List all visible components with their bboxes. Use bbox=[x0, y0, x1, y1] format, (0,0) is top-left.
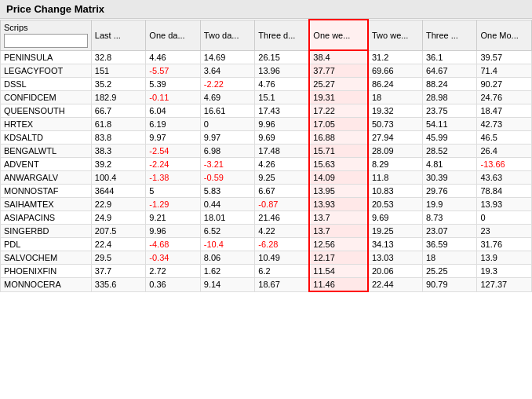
cell-oneweek: 19.31 bbox=[309, 91, 368, 104]
cell-scrip: SINGERBD bbox=[1, 225, 92, 238]
cell-last: 39.2 bbox=[91, 158, 146, 171]
col-header-threeweek: Three ... bbox=[422, 20, 477, 50]
cell-last: 335.6 bbox=[91, 278, 146, 292]
cell-twoweek: 20.06 bbox=[368, 265, 423, 278]
cell-twoweek: 22.44 bbox=[368, 278, 423, 292]
cell-onemonth: 127.37 bbox=[477, 278, 532, 292]
cell-onemonth: 13.93 bbox=[477, 198, 532, 211]
cell-twoday: 0.44 bbox=[200, 198, 255, 211]
cell-oneweek: 15.71 bbox=[309, 145, 368, 158]
table-body: PENINSULA32.84.4614.6926.1538.431.236.13… bbox=[1, 50, 532, 291]
cell-threeday: 10.49 bbox=[255, 251, 310, 265]
cell-twoweek: 34.13 bbox=[368, 238, 423, 251]
cell-threeweek: 36.1 bbox=[422, 50, 477, 64]
cell-last: 32.8 bbox=[91, 50, 146, 64]
cell-oneweek: 11.46 bbox=[309, 278, 368, 292]
cell-last: 182.9 bbox=[91, 91, 146, 104]
table-row: MONNOCERA335.60.369.1418.6711.4622.4490.… bbox=[1, 278, 532, 292]
cell-threeday: 17.48 bbox=[255, 145, 310, 158]
table-row: DSSL35.25.39-2.224.7625.2786.2488.2490.2… bbox=[1, 78, 532, 91]
cell-oneweek: 13.95 bbox=[309, 185, 368, 198]
title-bar: Price Change Matrix bbox=[0, 0, 532, 19]
cell-oneday: -0.34 bbox=[146, 251, 201, 265]
cell-scrip: SALVOCHEM bbox=[1, 251, 92, 265]
cell-scrip: MONNOCERA bbox=[1, 278, 92, 292]
cell-scrip: ANWARGALV bbox=[1, 171, 92, 185]
cell-last: 3644 bbox=[91, 185, 146, 198]
cell-onemonth: 78.84 bbox=[477, 185, 532, 198]
cell-onemonth: 26.4 bbox=[477, 145, 532, 158]
table-row: ASIAPACINS24.99.2118.0121.4613.79.698.73… bbox=[1, 211, 532, 225]
cell-twoday: 4.69 bbox=[200, 91, 255, 104]
cell-oneday: 6.19 bbox=[146, 118, 201, 131]
table-row: SAIHAMTEX22.9-1.290.44-0.8713.9320.5319.… bbox=[1, 198, 532, 211]
cell-onemonth: 90.27 bbox=[477, 78, 532, 91]
cell-threeweek: 54.11 bbox=[422, 118, 477, 131]
cell-scrip: BENGALWTL bbox=[1, 145, 92, 158]
cell-oneday: 5.39 bbox=[146, 78, 201, 91]
page-title: Price Change Matrix bbox=[6, 3, 104, 15]
cell-onemonth: 23 bbox=[477, 225, 532, 238]
table-row: PDL22.4-4.68-10.4-6.2812.5634.1336.5931.… bbox=[1, 238, 532, 251]
cell-twoweek: 11.8 bbox=[368, 171, 423, 185]
table-row: MONNOSTAF364455.836.6713.9510.8329.7678.… bbox=[1, 185, 532, 198]
cell-onemonth: 42.73 bbox=[477, 118, 532, 131]
table-row: BENGALWTL38.3-2.546.9817.4815.7128.0928.… bbox=[1, 145, 532, 158]
cell-oneday: -0.11 bbox=[146, 91, 201, 104]
cell-oneday: 9.21 bbox=[146, 211, 201, 225]
cell-last: 22.4 bbox=[91, 238, 146, 251]
table-row: LEGACYFOOT151-5.573.6413.9637.7769.6664.… bbox=[1, 64, 532, 78]
cell-threeweek: 8.73 bbox=[422, 211, 477, 225]
cell-threeweek: 45.99 bbox=[422, 131, 477, 145]
cell-threeday: 9.96 bbox=[255, 118, 310, 131]
cell-onemonth: 71.4 bbox=[477, 64, 532, 78]
cell-oneday: -2.24 bbox=[146, 158, 201, 171]
cell-threeweek: 30.39 bbox=[422, 171, 477, 185]
cell-onemonth: 31.76 bbox=[477, 238, 532, 251]
cell-oneday: -5.57 bbox=[146, 64, 201, 78]
cell-twoday: 3.64 bbox=[200, 64, 255, 78]
cell-scrip: LEGACYFOOT bbox=[1, 64, 92, 78]
cell-onemonth: 24.76 bbox=[477, 91, 532, 104]
col-header-oneweek: One we... bbox=[309, 20, 368, 50]
header-row: Scrips Last ... One da... Two da... Thre… bbox=[1, 20, 532, 50]
cell-threeday: 13.96 bbox=[255, 64, 310, 78]
cell-twoweek: 20.53 bbox=[368, 198, 423, 211]
cell-threeweek: 29.76 bbox=[422, 185, 477, 198]
cell-threeweek: 64.67 bbox=[422, 64, 477, 78]
cell-oneweek: 13.7 bbox=[309, 211, 368, 225]
cell-threeweek: 36.59 bbox=[422, 238, 477, 251]
cell-last: 83.8 bbox=[91, 131, 146, 145]
cell-oneday: 9.96 bbox=[146, 225, 201, 238]
table-row: ANWARGALV100.4-1.38-0.599.2514.0911.830.… bbox=[1, 171, 532, 185]
cell-scrip: ADVENT bbox=[1, 158, 92, 171]
cell-oneweek: 38.4 bbox=[309, 50, 368, 64]
cell-oneday: 5 bbox=[146, 185, 201, 198]
col-header-onemonth: One Mo... bbox=[477, 20, 532, 50]
cell-twoday: 18.01 bbox=[200, 211, 255, 225]
table-row: SINGERBD207.59.966.524.2213.719.2523.072… bbox=[1, 225, 532, 238]
cell-oneday: 0.36 bbox=[146, 278, 201, 292]
cell-oneweek: 13.7 bbox=[309, 225, 368, 238]
table-row: SALVOCHEM29.5-0.348.0610.4912.1713.03181… bbox=[1, 251, 532, 265]
cell-onemonth: 43.63 bbox=[477, 171, 532, 185]
cell-twoweek: 27.94 bbox=[368, 131, 423, 145]
cell-threeday: -6.28 bbox=[255, 238, 310, 251]
cell-threeday: 4.22 bbox=[255, 225, 310, 238]
table-row: CONFIDCEM182.9-0.114.6915.119.311828.982… bbox=[1, 91, 532, 104]
cell-threeday: 15.1 bbox=[255, 91, 310, 104]
cell-twoweek: 8.29 bbox=[368, 158, 423, 171]
cell-threeday: 6.2 bbox=[255, 265, 310, 278]
cell-twoweek: 19.25 bbox=[368, 225, 423, 238]
cell-twoday: -2.22 bbox=[200, 78, 255, 91]
cell-onemonth: -13.66 bbox=[477, 158, 532, 171]
scrips-search-input[interactable] bbox=[4, 34, 88, 48]
cell-oneday: 6.04 bbox=[146, 104, 201, 118]
cell-oneweek: 16.88 bbox=[309, 131, 368, 145]
cell-threeday: 4.76 bbox=[255, 78, 310, 91]
cell-oneday: -2.54 bbox=[146, 145, 201, 158]
cell-scrip: PHOENIXFIN bbox=[1, 265, 92, 278]
cell-scrip: PDL bbox=[1, 238, 92, 251]
cell-twoday: -10.4 bbox=[200, 238, 255, 251]
cell-onemonth: 0 bbox=[477, 211, 532, 225]
